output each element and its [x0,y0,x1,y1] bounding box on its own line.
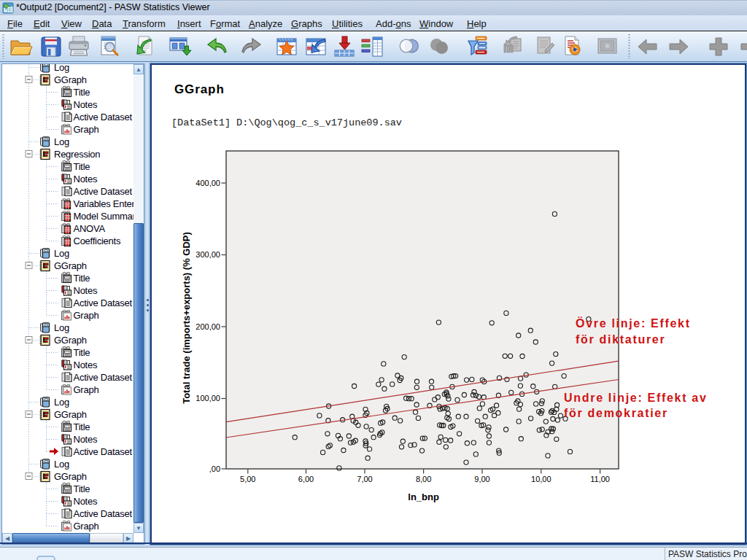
svg-text:Variables Entered/Rem: Variables Entered/Rem [74,198,134,209]
svg-text:Title: Title [74,483,90,494]
svg-text:Övre linje: Effekt: Övre linje: Effekt [576,316,691,330]
svg-text:Log: Log [54,397,69,408]
svg-text:Title: Title [74,347,90,358]
svg-text:Regression: Regression [54,149,100,160]
svg-text:ANOVA: ANOVA [74,223,106,234]
svg-text:GGraph: GGraph [54,260,87,271]
svg-text:ln_bnp: ln_bnp [408,491,439,502]
svg-text:Total trade (imports+exports): Total trade (imports+exports) (% GDP) [181,232,192,404]
svg-text:Title: Title [74,421,90,432]
svg-text:Notes: Notes [74,359,98,370]
svg-text:9,00: 9,00 [474,475,489,483]
svg-text:6,00: 6,00 [298,475,314,483]
svg-text:Notes: Notes [74,285,98,296]
svg-text:Graph: Graph [74,310,99,321]
svg-text:Active Dataset: Active Dataset [74,186,133,197]
svg-text:Active Dataset: Active Dataset [74,508,133,519]
svg-text:Title: Title [74,87,90,98]
svg-text:100,00: 100,00 [196,394,220,402]
svg-text:,00: ,00 [209,464,220,473]
svg-text:200,00: 200,00 [196,322,220,331]
svg-text:Log: Log [54,136,69,147]
svg-text:Log: Log [54,322,69,333]
svg-text:Notes: Notes [74,174,98,184]
svg-text:7,00: 7,00 [357,475,372,483]
svg-text:Active Dataset: Active Dataset [74,112,133,122]
svg-text:GGraph: GGraph [54,471,87,482]
svg-text:5,00: 5,00 [240,475,255,483]
svg-text:Coefficients: Coefficients [74,236,121,246]
svg-text:Log: Log [54,248,69,259]
svg-text:Log: Log [54,64,69,73]
svg-text:för demokratier: för demokratier [564,407,668,419]
svg-text:Undre linje: Effekt av: Undre linje: Effekt av [564,392,708,404]
svg-text:Title: Title [74,161,90,172]
svg-text:Notes: Notes [74,496,98,507]
svg-text:Notes: Notes [74,434,98,445]
svg-text:Active Dataset: Active Dataset [74,298,133,308]
svg-text:Graph: Graph [74,521,99,532]
svg-text:för diktaturer: för diktaturer [576,333,665,346]
svg-text:Active Dataset: Active Dataset [74,446,133,457]
svg-text:Graph: Graph [74,124,99,135]
svg-text:11,00: 11,00 [590,475,610,483]
svg-text:10,00: 10,00 [531,475,551,483]
svg-text:Title: Title [74,273,90,284]
svg-text:8,00: 8,00 [416,475,431,483]
svg-text:Model Summary: Model Summary [74,211,134,222]
svg-text:Graph: Graph [74,384,99,395]
svg-text:400,00: 400,00 [196,179,220,187]
svg-text:Log: Log [54,459,69,470]
svg-text:Active Dataset: Active Dataset [74,372,133,383]
svg-text:GGraph: GGraph [54,409,87,420]
svg-text:Notes: Notes [74,99,98,110]
svg-text:300,00: 300,00 [196,250,220,259]
svg-text:GGraph: GGraph [54,74,87,85]
svg-text:GGraph: GGraph [54,335,87,346]
